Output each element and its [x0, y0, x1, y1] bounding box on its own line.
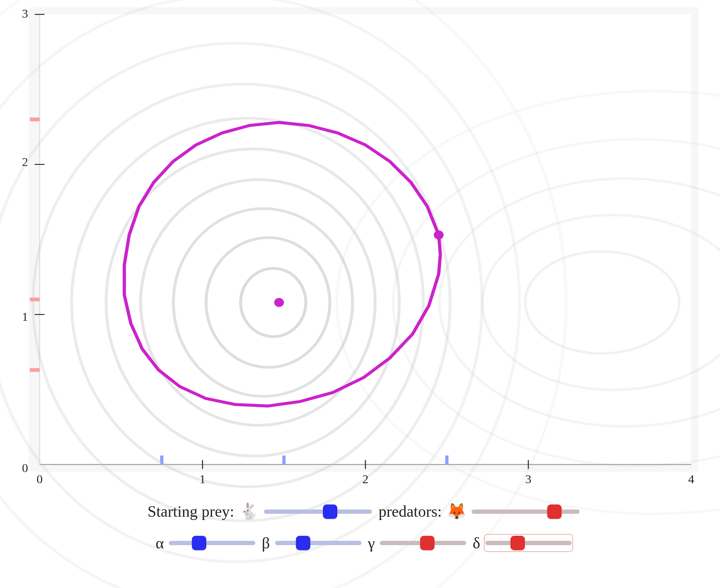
equilibrium-point — [274, 298, 284, 307]
highlighted-orbit — [124, 122, 440, 406]
y-tick-1: 1 — [22, 310, 28, 324]
x-tick-4: 4 — [688, 472, 694, 486]
controls-row-1: Starting prey: 🐇 predators: 🦊 — [29, 501, 698, 523]
plot-frame — [29, 7, 698, 472]
plot-area[interactable] — [40, 14, 691, 464]
alpha-slider[interactable] — [169, 535, 255, 551]
x-minor-ticks-blue — [162, 455, 447, 464]
y-tick-3: 3 — [22, 7, 28, 21]
x-tick-1: 1 — [199, 472, 206, 486]
alpha-label: α — [156, 532, 164, 555]
y-axis-labels: 0 1 2 3 — [14, 7, 28, 472]
beta-slider[interactable] — [275, 535, 361, 551]
rabbit-icon: 🐇 — [239, 504, 259, 520]
x-tick-0: 0 — [37, 472, 43, 486]
gamma-slider[interactable] — [380, 535, 466, 551]
gamma-control: γ — [368, 532, 466, 555]
gamma-label: γ — [368, 532, 375, 555]
fox-icon: 🦊 — [447, 504, 467, 520]
starting-predators-label: predators: — [378, 501, 442, 523]
x-tick-3: 3 — [525, 472, 531, 486]
starting-prey-control: Starting prey: 🐇 — [148, 501, 372, 523]
app-frame: 0 1 2 3 — [0, 0, 720, 588]
beta-label: β — [262, 532, 270, 555]
phase-portrait-svg — [40, 14, 691, 464]
x-axis-labels: 0 1 2 3 4 — [29, 472, 698, 490]
initial-point — [434, 230, 444, 239]
starting-prey-label: Starting prey: — [148, 501, 234, 523]
controls-row-2: α β γ δ — [29, 532, 698, 555]
starting-predators-slider[interactable] — [472, 504, 580, 519]
delta-label: δ — [473, 532, 480, 555]
alpha-control: α — [156, 532, 255, 555]
starting-prey-slider[interactable] — [264, 504, 372, 519]
controls-panel: Starting prey: 🐇 predators: 🦊 α — [29, 497, 698, 564]
y-tick-0: 0 — [22, 461, 28, 475]
starting-predators-control: predators: 🦊 — [378, 501, 580, 523]
delta-slider[interactable] — [485, 535, 572, 551]
x-tick-2: 2 — [363, 472, 369, 486]
delta-control: δ — [473, 532, 572, 555]
beta-control: β — [262, 532, 361, 555]
